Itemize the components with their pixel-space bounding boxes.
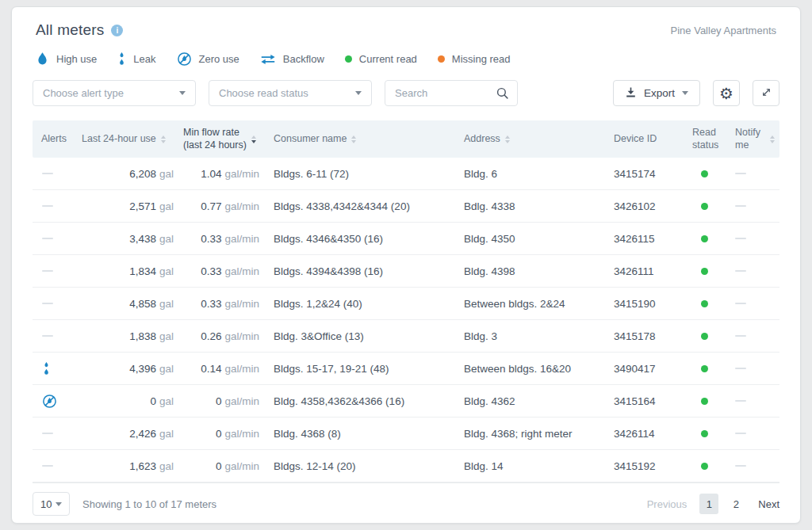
address-cell: Between bldgs. 16&20	[454, 363, 607, 375]
alerts-cell	[33, 433, 77, 434]
alerts-cell	[33, 465, 77, 467]
device-id-cell: 3415164	[607, 395, 684, 407]
current-read-icon	[701, 203, 708, 210]
alerts-cell[interactable]	[33, 394, 77, 409]
use-value: 1,834	[129, 265, 156, 277]
no-alert-dash	[42, 433, 53, 434]
no-alert-dash	[42, 173, 53, 174]
flow-value: 1.04	[201, 168, 221, 180]
flow-unit: gal/min	[224, 200, 259, 212]
last-24-hour-use-cell: 4,858gal	[77, 298, 178, 310]
high-use-icon	[36, 51, 49, 67]
legend-label: High use	[56, 53, 97, 65]
notify-dash	[735, 303, 746, 304]
last-24-hour-use-cell: 1,838gal	[77, 330, 178, 342]
flow-unit: gal/min	[224, 363, 259, 375]
legend-item-backflow: Backflow	[260, 53, 324, 65]
page-header: All meters i Pine Valley Apartments	[25, 20, 787, 39]
last-24-hour-use-cell: 4,396gal	[77, 363, 178, 375]
flow-value: 0.26	[201, 330, 221, 342]
previous-button[interactable]: Previous	[647, 498, 688, 510]
legend-label: Backflow	[283, 53, 324, 65]
table-row: 3,438gal0.33gal/minBldgs. 4346&4350 (16)…	[33, 223, 779, 255]
flow-value: 0.33	[201, 265, 221, 277]
notify-me-cell[interactable]	[724, 335, 779, 337]
notify-me-cell[interactable]	[724, 238, 779, 239]
consumer-name-cell: Bldg. 4368 (8)	[264, 428, 454, 440]
sort-icon[interactable]	[770, 135, 775, 143]
use-value: 1,838	[129, 330, 156, 342]
sort-icon[interactable]	[161, 135, 166, 143]
address-cell: Bldg. 4398	[454, 265, 607, 277]
flow-value: 0.14	[201, 363, 221, 375]
flow-unit: gal/min	[224, 460, 259, 472]
export-label: Export	[644, 87, 675, 99]
use-value: 4,396	[129, 363, 156, 375]
column-header-address[interactable]: Address	[454, 133, 607, 146]
table-row: 0gal0gal/minBldg. 4358,4362&4366 (16)Bld…	[33, 385, 779, 418]
notify-me-cell[interactable]	[724, 433, 779, 434]
flow-value: 0	[216, 428, 222, 440]
notify-me-cell[interactable]	[724, 270, 779, 272]
notify-me-cell[interactable]	[724, 205, 779, 207]
notify-dash	[735, 270, 746, 272]
expand-button[interactable]	[753, 80, 779, 106]
read-status-cell	[684, 398, 724, 405]
export-button[interactable]: Export	[613, 80, 700, 106]
read-status-cell	[684, 170, 724, 177]
notify-me-cell[interactable]	[724, 465, 779, 467]
page-button-2[interactable]: 2	[726, 494, 745, 514]
device-id-cell: 3426115	[607, 233, 684, 245]
page-button-1[interactable]: 1	[699, 494, 718, 514]
device-id-cell: 3415190	[607, 298, 684, 310]
no-alert-dash	[42, 270, 53, 272]
use-unit: gal	[159, 460, 174, 472]
settings-button[interactable]: ⚙	[713, 80, 740, 106]
consumer-name-cell: Bldg. 3&Office (13)	[264, 330, 454, 342]
column-header-alerts: Alerts	[33, 133, 77, 146]
alert-type-select[interactable]: Choose alert type	[33, 80, 196, 106]
notify-dash	[735, 400, 746, 402]
filter-toolbar: Choose alert type Choose read status Exp…	[33, 80, 779, 106]
page-size-select[interactable]: 10	[33, 492, 70, 516]
device-id-cell: 3415178	[607, 330, 684, 342]
notify-me-cell[interactable]	[724, 368, 779, 369]
notify-me-cell[interactable]	[724, 173, 779, 174]
notify-me-cell[interactable]	[724, 303, 779, 304]
info-icon[interactable]: i	[111, 25, 123, 36]
sort-icon[interactable]	[505, 135, 510, 143]
sort-icon[interactable]	[351, 135, 356, 143]
flow-value: 0.77	[201, 200, 221, 212]
column-header-min-flow-rate[interactable]: Min flow rate(last 24 hours)	[178, 127, 264, 151]
use-unit: gal	[159, 233, 174, 245]
current-read-icon	[701, 365, 708, 372]
search-box	[385, 80, 518, 106]
device-id-cell: 3426114	[607, 428, 684, 440]
table-row: 4,858gal0.33gal/minBldgs. 1,2&24 (40)Bet…	[33, 288, 779, 320]
address-cell: Bldg. 3	[454, 330, 607, 342]
read-status-cell	[684, 463, 724, 470]
column-header-consumer-name[interactable]: Consumer name	[264, 133, 454, 146]
alerts-cell[interactable]	[33, 361, 77, 376]
chevron-down-icon	[179, 91, 186, 95]
read-status-cell	[684, 430, 724, 437]
sort-icon[interactable]	[251, 135, 256, 143]
column-header-last-24-hour-use[interactable]: Last 24-hour use	[77, 133, 178, 146]
current-read-icon	[701, 170, 708, 177]
next-button[interactable]: Next	[758, 498, 779, 510]
legend-item-leak: Leak	[117, 51, 155, 67]
address-cell: Bldg. 4362	[454, 395, 607, 407]
use-unit: gal	[159, 363, 174, 375]
workspace-name: Pine Valley Apartments	[671, 21, 776, 36]
use-value: 6,208	[129, 168, 156, 180]
search-icon[interactable]	[496, 86, 509, 103]
zero-use-icon[interactable]	[42, 394, 57, 409]
download-icon	[625, 86, 637, 101]
leak-icon[interactable]	[42, 361, 51, 376]
notify-me-cell[interactable]	[724, 400, 779, 402]
column-header-notify-me[interactable]: Notify me	[724, 127, 779, 151]
consumer-name-cell: Bldgs. 6-11 (72)	[264, 168, 454, 180]
read-status-select[interactable]: Choose read status	[209, 80, 372, 106]
consumer-name-cell: Bldgs. 4338,4342&4344 (20)	[264, 200, 454, 212]
current-read-icon	[345, 55, 352, 63]
